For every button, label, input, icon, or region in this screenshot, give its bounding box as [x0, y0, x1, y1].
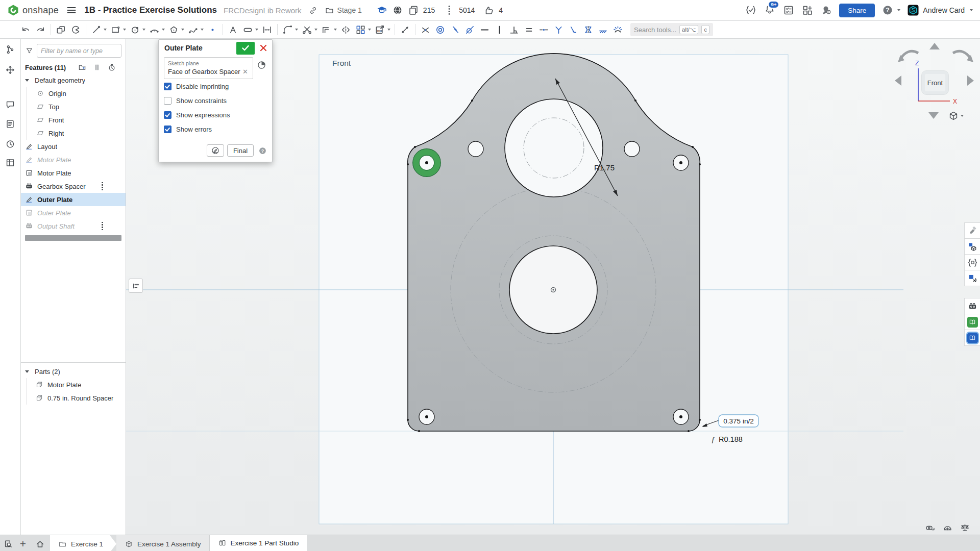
link-icon[interactable] [308, 6, 318, 15]
search-tabs-button[interactable] [0, 535, 16, 551]
add-folder-icon[interactable] [78, 63, 87, 72]
normal-tool-button[interactable] [551, 22, 566, 37]
arc-dropdown-caret[interactable] [162, 29, 165, 31]
grid-cube-rail-button[interactable] [964, 238, 980, 255]
feature-item-front[interactable]: Front [21, 113, 126, 127]
transform-panel-button[interactable] [5, 64, 16, 78]
robot-rail-button[interactable] [964, 298, 980, 314]
dialog-help-icon[interactable]: ? [258, 146, 267, 155]
feature-item-outer-plate[interactable]: Outer Plate [21, 193, 126, 206]
parallel-tool-button[interactable] [448, 22, 462, 37]
rollback-bar[interactable] [25, 235, 121, 241]
slot-tool-button[interactable] [240, 22, 260, 37]
onshape-logo[interactable]: onshape [7, 4, 59, 16]
arc-tool-button[interactable] [147, 22, 166, 37]
pattern-dropdown-caret[interactable] [368, 29, 371, 31]
small-hole-left[interactable] [468, 141, 483, 157]
cancel-button[interactable] [258, 43, 268, 53]
version-tree-panel-button[interactable] [5, 44, 16, 57]
filter-icon[interactable] [25, 46, 34, 55]
use-tool-button[interactable] [54, 22, 68, 37]
option-show-errors[interactable]: Show errors [164, 122, 267, 136]
tab-exercise-1-part-studio[interactable]: Exercise 1 Part Studio [210, 535, 307, 551]
feature-list-flyout-button[interactable] [129, 279, 143, 293]
option-show-constraints[interactable]: Show constraints [164, 94, 267, 108]
share-button[interactable]: Share [839, 4, 875, 17]
concentric-tool-button[interactable] [433, 22, 448, 37]
dxf-tool-button[interactable]: DXF [373, 22, 392, 37]
offset-tool-button[interactable] [319, 22, 338, 37]
trim-tool-button[interactable] [300, 22, 319, 37]
suppress-icon[interactable] [92, 63, 102, 72]
copies-icon[interactable] [407, 4, 420, 16]
custom-features-icon[interactable] [745, 4, 757, 16]
rotate-right-button[interactable] [967, 76, 974, 86]
point-tool-button[interactable] [205, 22, 220, 37]
fillet-dropdown-caret[interactable] [295, 29, 298, 31]
pattern-tool-button[interactable] [353, 22, 373, 37]
feature-item-motor-plate[interactable]: Motor Plate [21, 166, 126, 180]
help-menu[interactable]: ? [881, 4, 900, 16]
workspace-selector[interactable]: Stage 1 [325, 6, 362, 15]
likes-icon[interactable] [483, 4, 495, 16]
user-menu[interactable]: Andrew Card [907, 4, 973, 16]
line-tool-button[interactable] [89, 22, 108, 37]
midpoint-tool-button[interactable] [536, 22, 551, 37]
notifications-button[interactable]: 9+ [764, 3, 776, 17]
accept-button[interactable] [236, 42, 255, 55]
option-show-expressions[interactable]: Show expressions [164, 108, 267, 122]
conic-tool-button[interactable] [68, 22, 83, 37]
rotate-left-button[interactable] [895, 76, 901, 86]
checkbox[interactable] [164, 83, 172, 90]
rectangle-dropdown-caret[interactable] [123, 29, 126, 31]
tab-exercise-1[interactable]: Exercise 1 [50, 535, 116, 551]
dialog-header[interactable]: Outer Plate [159, 40, 272, 56]
checkbox[interactable] [164, 126, 172, 133]
feature-item-right[interactable]: Right [21, 127, 126, 140]
tasks-panel-button[interactable] [5, 118, 16, 132]
clear-selection-icon[interactable]: ✕ [241, 68, 249, 75]
spline-dropdown-caret[interactable] [201, 29, 204, 31]
circle-dropdown-caret[interactable] [142, 29, 145, 31]
coincident-tool-button[interactable] [418, 22, 433, 37]
parts-header[interactable]: Parts (2) [21, 365, 126, 378]
release-tasks-icon[interactable] [782, 4, 795, 16]
usage-icon[interactable] [443, 4, 455, 16]
polygon-tool-button[interactable] [166, 22, 186, 37]
dxf-dropdown-caret[interactable] [387, 29, 390, 31]
learning-center-icon[interactable] [820, 4, 832, 16]
feature-item-top[interactable]: Top [21, 100, 126, 113]
pierce-tool-button[interactable] [566, 22, 581, 37]
history-panel-button[interactable] [5, 138, 16, 152]
trim-dropdown-caret[interactable] [314, 29, 317, 31]
fix-tool-button[interactable] [596, 22, 610, 37]
checkbox[interactable] [164, 97, 172, 105]
cube-braces-rail-button[interactable] [964, 254, 980, 270]
tab-exercise-1-assembly[interactable]: Exercise 1 Assembly [116, 535, 210, 551]
perpendicular-tool-button[interactable] [507, 22, 522, 37]
sketch-view-button[interactable] [207, 144, 224, 157]
spline-tool-button[interactable] [186, 22, 205, 37]
fillet-tool-button[interactable] [280, 22, 300, 37]
vertical-tool-button[interactable] [492, 22, 507, 37]
symmetric-tool-button[interactable] [581, 22, 596, 37]
tables-panel-button[interactable] [5, 157, 16, 170]
appearance-rail-button[interactable] [964, 222, 980, 239]
measure-tool-button[interactable] [398, 22, 412, 37]
show-constraints-tool-button[interactable] [610, 22, 625, 37]
top-bore-hole[interactable] [505, 99, 603, 197]
selected-corner-hole[interactable] [413, 149, 441, 177]
rotate-down-button[interactable] [928, 112, 939, 119]
main-menu-icon[interactable] [65, 4, 78, 16]
rectangle-tool-button[interactable] [108, 22, 128, 37]
scale-tool[interactable] [960, 522, 970, 535]
green-book-rail-button[interactable] [964, 314, 980, 330]
polygon-dropdown-caret[interactable] [181, 29, 184, 31]
slot-dropdown-caret[interactable] [255, 29, 258, 31]
redo-tool-button[interactable] [33, 22, 48, 37]
add-tab-button[interactable]: + [16, 535, 30, 551]
performance-icon[interactable] [107, 63, 116, 72]
grid-x-rail-button[interactable] [964, 270, 980, 286]
feature-item-layout[interactable]: Layout [21, 140, 126, 153]
search-tools-button[interactable]: Search tools... alt/⌥ c [630, 23, 713, 36]
